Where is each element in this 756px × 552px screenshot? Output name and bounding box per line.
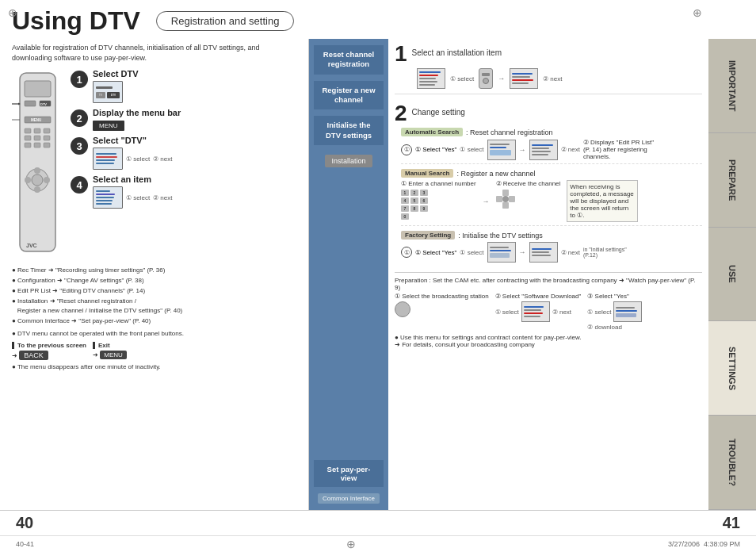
back-button[interactable]: BACK [19,351,48,360]
exit-section: Exit ➜ MENU [93,342,129,360]
auto-arrow: → [519,146,526,154]
substep-manual-header: Manual Search : Register a new channel [401,169,702,178]
step-4-visual: ① select ② next [93,186,300,209]
factory-sub3: in "Initial settings" (P.12) [583,247,639,258]
exit-label: Exit [93,342,129,349]
svg-rect-1 [25,81,51,97]
right-step-2: 2 Change setting Automatic Search : Rese… [395,102,702,267]
menu-btn-label: ➜ MENU [93,351,129,359]
factory-next: ② next [561,249,580,256]
svg-point-8 [34,167,40,174]
remote-illustration: DTV MENU [12,69,67,261]
auto-screen-1 [487,140,516,160]
substep-factory-content: ① ① Select "Yes" ① select → [401,242,702,263]
bottom-bar: 40-41 ⊕ 3/27/2006 4:38:09 PM [0,535,756,552]
page-container: ⊕ ⊕ Using DTV Registration and setting A… [0,0,756,552]
svg-rect-16 [44,128,50,133]
step-3-label: Select "DTV" [93,136,300,145]
badge-factory: Factory Setting [401,231,455,240]
step-1-content: Select DTV TV DTV [93,69,300,103]
arrow-1: → [498,75,505,82]
step-4-content: Select an item ① select [93,174,300,209]
prep-col3-label: ③ Select "Yes" [587,293,642,300]
prep-footer1: ● Use this menu for settings and contrac… [395,334,702,341]
substep-auto: Automatic Search : Reset channel registr… [401,128,702,164]
note-3: ● Edit PR List ➜ "Editing DTV channels" … [12,286,300,297]
svg-point-9 [34,186,40,193]
step-3-next: ② next [153,155,172,163]
svg-rect-17 [25,136,31,140]
note-5: ● Common Interface ➜ "Set pay-per-view" … [12,316,300,327]
step-3-visual: ① select ② next [93,148,300,170]
reset-channel-box: Reset channel registration [314,45,384,75]
cam-circle-1 [395,301,410,317]
auto-screen-2 [529,140,558,160]
back-btn-label: ➜ BACK [12,351,86,360]
svg-rect-18 [34,136,40,140]
prep-footer2: ➜ For details, consult your broadcasting… [395,341,702,348]
svg-point-11 [44,177,50,183]
prep-col3: ③ Select "Yes" ① select ② download [587,293,642,331]
factory-screen-1 [487,242,516,263]
middle-panel: Reset channel registration Register a ne… [309,39,388,510]
notes-list: ● Rec Timer ➜ "Recording using timer set… [12,266,300,327]
svg-rect-14 [25,128,31,133]
substep-auto-header: Automatic Search : Reset channel registr… [401,128,702,136]
step-3-screen [93,148,123,170]
page-numbers: 40 41 [0,510,756,535]
init-dtv-box: Initialise the DTV settings [314,116,384,145]
prep-label: Preparation : Set the CAM etc. after con… [395,277,702,291]
step1-remote [479,68,493,89]
right-step-1: 1 Select an installation item ① select [395,43,702,94]
step-1-circle: 1 [71,71,88,88]
substep-manual-note: When receiving is completed, a message w… [567,180,638,222]
menu-button[interactable]: MENU [100,351,127,359]
substep-manual: Manual Search : Register a new channel ①… [401,169,702,226]
step-2-visual: MENU [93,120,300,131]
right-sidebar: IMPORTANT PREPARE USE SETTINGS TROUBLE? [708,39,756,510]
prep-col1-visual [395,301,489,317]
note-2: ● Configuration ➜ "Change AV settings" (… [12,276,300,286]
right-step-2-num: 2 [395,102,407,125]
substep-manual-content: ① Enter a channel number 1 2 3 4 5 6 7 8 [401,180,702,222]
svg-rect-20 [25,143,31,148]
crosshair-tr: ⊕ [693,6,702,19]
step-2-circle: 2 [71,109,88,127]
step-4-next: ② next [153,194,172,201]
prep-col1-label: ① Select the broadcasting station [395,293,489,300]
step-4-label: Select an item [93,174,300,184]
numpad: 1 2 3 4 5 6 7 8 9 0 [401,190,476,220]
left-panel: Available for registration of DTV channe… [0,39,309,510]
step-4: 4 Select an item [71,174,300,209]
step-4-circle: 4 [71,176,88,194]
prep-content: ① Select the broadcasting station ② Sele… [395,293,702,331]
right-step-1-num: 1 [395,43,407,65]
substep-auto-next: ② next [561,146,580,153]
step-2-label: Display the menu bar [93,108,300,117]
step-3: 3 Select "DTV" ① select [71,136,300,170]
right-step-1-header: 1 Select an installation item [395,43,702,65]
circle-1: ① [401,144,412,155]
step-2-content: Display the menu bar MENU [93,108,300,131]
page-num-right: 41 [723,514,740,532]
step-4-screen [93,186,123,209]
sidebar-tab-important[interactable]: IMPORTANT [708,39,756,133]
prep-col2-visual: ① select ② next [495,301,582,322]
svg-rect-22 [44,143,50,148]
prep-col2-label: ② Select "Software Download" [495,293,582,300]
step-4-select: ① select [126,194,150,201]
note-4: ● Installation ➜ "Reset channel registra… [12,297,300,317]
remote-svg: DTV MENU [12,69,63,259]
prep-section: Preparation : Set the CAM etc. after con… [395,272,702,348]
sidebar-tab-prepare[interactable]: PREPARE [708,133,756,228]
note-1: ● Rec Timer ➜ "Recording using timer set… [12,266,300,276]
sidebar-tab-use[interactable]: USE [708,228,756,322]
crosshair-tl: ⊕ [8,6,17,19]
right-step-2-header: 2 Change setting [395,102,702,125]
steps-left-area: DTV MENU [12,69,300,261]
factory-arrow: → [519,248,526,256]
sidebar-tab-settings[interactable]: SETTINGS [708,321,756,416]
right-step-2-label: Change setting [412,102,465,117]
svg-rect-0 [20,73,55,251]
sidebar-tab-trouble[interactable]: TROUBLE? [708,416,756,510]
